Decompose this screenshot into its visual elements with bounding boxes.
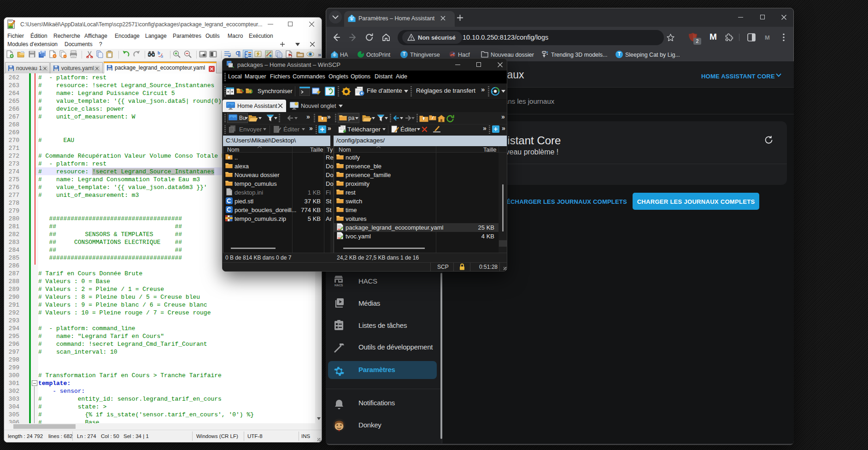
- svg-text:b: b: [158, 51, 160, 55]
